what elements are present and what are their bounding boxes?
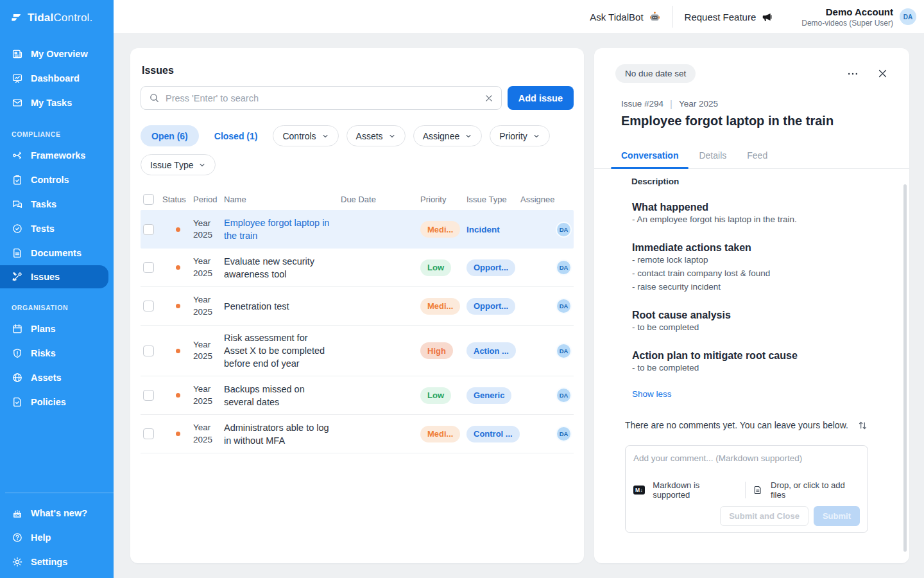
- issue-name-link[interactable]: Penetration test: [224, 300, 341, 313]
- sidebar-item-tests[interactable]: Tests: [0, 216, 114, 241]
- period-cell: Year 2025: [193, 256, 224, 279]
- filter-label: Priority: [499, 131, 527, 141]
- account-menu[interactable]: Demo Account Demo-videos (Super User) DA: [801, 6, 916, 28]
- section-line: - remote lock laptop: [632, 254, 868, 267]
- comment-input[interactable]: Add your comment... (Markdown supported): [633, 453, 860, 480]
- table-row[interactable]: Year 2025 Employee forgot laptop in the …: [141, 210, 574, 249]
- filter-assets-dropdown[interactable]: Assets: [346, 125, 406, 146]
- gear-icon: [12, 556, 23, 568]
- sidebar-item-label: Tasks: [31, 199, 56, 209]
- priority-badge: Low: [420, 387, 451, 404]
- row-checkbox[interactable]: [143, 301, 154, 311]
- table-row[interactable]: Year 2025 Risk assessment for Asset X to…: [141, 326, 574, 376]
- show-less-link[interactable]: Show less: [632, 389, 672, 399]
- issue-title: Employee forgot laptop in the train: [621, 114, 890, 128]
- search-box[interactable]: [141, 86, 502, 110]
- sidebar-item-my-tasks[interactable]: My Tasks: [0, 91, 114, 115]
- issue-name-link[interactable]: Backups missed on several dates: [224, 383, 341, 408]
- issue-name-link[interactable]: Risk assessment for Asset X to be comple…: [224, 331, 341, 370]
- section-line: - to be completed: [632, 321, 868, 335]
- close-panel-button[interactable]: [875, 66, 890, 82]
- filter-assignee-dropdown[interactable]: Assignee: [413, 125, 483, 146]
- badge-check-icon: [12, 223, 23, 234]
- assignee-avatar[interactable]: DA: [556, 343, 572, 359]
- sidebar-item-label: Controls: [31, 175, 69, 185]
- assignee-avatar[interactable]: DA: [556, 426, 572, 442]
- row-checkbox[interactable]: [143, 390, 154, 401]
- cake-icon: [12, 507, 23, 519]
- sidebar-item-tasks[interactable]: Tasks: [0, 192, 114, 216]
- submit-and-close-button[interactable]: Submit and Close: [720, 506, 809, 526]
- tab-feed[interactable]: Feed: [737, 144, 778, 168]
- sidebar-item-whats-new[interactable]: What's new?: [0, 501, 114, 525]
- sidebar-item-policies[interactable]: Policies: [0, 390, 114, 414]
- request-feature-button[interactable]: Request Feature: [673, 11, 785, 23]
- sidebar-item-risks[interactable]: Risks: [0, 341, 114, 365]
- row-checkbox[interactable]: [143, 346, 154, 356]
- app-logo[interactable]: TidalControl.: [0, 0, 114, 34]
- chat-bubbles-icon: [12, 198, 23, 210]
- filter-issue-type-dropdown[interactable]: Issue Type: [141, 154, 216, 175]
- sidebar-item-plans[interactable]: Plans: [0, 317, 114, 341]
- status-dot: [176, 304, 180, 308]
- filter-open[interactable]: Open (6): [141, 125, 199, 146]
- description-label: Description: [631, 177, 868, 186]
- assignee-avatar[interactable]: DA: [556, 259, 572, 276]
- sidebar-item-my-overview[interactable]: My Overview: [0, 42, 114, 66]
- table-row[interactable]: Year 2025 Administrators able to log in …: [141, 415, 574, 453]
- row-checkbox[interactable]: [143, 224, 154, 235]
- sidebar-item-issues[interactable]: Issues: [0, 265, 108, 288]
- ask-tidalbot-button[interactable]: Ask TidalBot: [578, 11, 672, 23]
- sidebar-item-label: Frameworks: [31, 150, 85, 161]
- sidebar-item-dashboard[interactable]: Dashboard: [0, 66, 114, 91]
- row-checkbox[interactable]: [143, 262, 154, 273]
- drop-files-hint[interactable]: Drop, or click to add files: [771, 480, 860, 500]
- sidebar-item-help[interactable]: Help: [0, 525, 114, 550]
- sidebar-item-label: Issues: [31, 272, 60, 282]
- assignee-avatar[interactable]: DA: [556, 222, 572, 238]
- filter-closed[interactable]: Closed (1): [207, 125, 266, 146]
- table-row[interactable]: Year 2025 Penetration test Medi... Oppor…: [141, 287, 574, 326]
- filter-label: Assignee: [423, 131, 460, 141]
- period-cell: Year 2025: [193, 218, 224, 241]
- account-text: Demo Account Demo-videos (Super User): [801, 6, 893, 28]
- more-options-button[interactable]: [845, 66, 860, 82]
- sidebar-item-documents[interactable]: Documents: [0, 241, 114, 265]
- filter-priority-dropdown[interactable]: Priority: [490, 125, 550, 146]
- sidebar-item-settings[interactable]: Settings: [0, 550, 114, 574]
- sidebar-item-label: What's new?: [31, 508, 87, 518]
- search-input[interactable]: [166, 93, 479, 103]
- add-issue-button[interactable]: Add issue: [508, 86, 574, 110]
- chevron-down-icon: [321, 132, 329, 140]
- table-row[interactable]: Year 2025 Backups missed on several date…: [141, 376, 574, 415]
- column-priority: Priority: [420, 195, 466, 204]
- due-date-badge: No due date set: [615, 64, 696, 83]
- comment-composer[interactable]: Add your comment... (Markdown supported)…: [625, 445, 868, 533]
- period-cell: Year 2025: [193, 422, 224, 445]
- issue-name-link[interactable]: Employee forgot laptop in the train: [224, 216, 341, 242]
- sidebar-item-label: Dashboard: [31, 73, 80, 83]
- filter-controls-dropdown[interactable]: Controls: [273, 125, 338, 146]
- issue-name-link[interactable]: Evaluate new security awareness tool: [224, 255, 341, 281]
- assignee-avatar[interactable]: DA: [556, 387, 572, 403]
- table-row[interactable]: Year 2025 Evaluate new security awarenes…: [141, 249, 574, 287]
- sidebar-item-frameworks[interactable]: Frameworks: [0, 143, 114, 168]
- sidebar-divider: [5, 493, 114, 493]
- clear-search-icon[interactable]: [484, 94, 493, 103]
- tab-conversation[interactable]: Conversation: [611, 144, 689, 168]
- issue-name-link[interactable]: Administrators able to log in without MF…: [224, 421, 341, 447]
- help-icon: [12, 532, 23, 543]
- conversation-scrollbar[interactable]: [903, 184, 907, 552]
- column-period: Period: [193, 195, 224, 204]
- sidebar-item-assets[interactable]: Assets: [0, 365, 114, 390]
- account-subtitle: Demo-videos (Super User): [801, 19, 893, 28]
- sort-comments-icon[interactable]: [857, 420, 868, 431]
- priority-badge: Medi...: [420, 426, 460, 442]
- select-all-checkbox[interactable]: [143, 194, 154, 205]
- assignee-avatar[interactable]: DA: [556, 298, 572, 314]
- account-avatar[interactable]: DA: [900, 8, 916, 25]
- submit-button[interactable]: Submit: [814, 506, 860, 526]
- row-checkbox[interactable]: [143, 428, 154, 439]
- tab-details[interactable]: Details: [689, 144, 737, 168]
- sidebar-item-controls[interactable]: Controls: [0, 168, 114, 192]
